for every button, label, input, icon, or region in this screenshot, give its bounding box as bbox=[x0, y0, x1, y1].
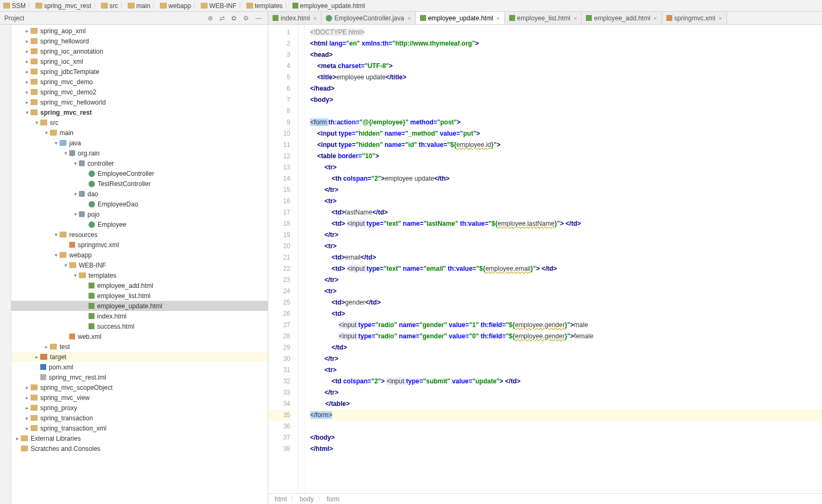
code-line[interactable]: <input type="hidden" name="id" th:value=… bbox=[310, 139, 822, 151]
line-number[interactable]: 27 bbox=[268, 320, 290, 331]
line-number[interactable]: 12 bbox=[268, 151, 290, 162]
code-line[interactable]: <tr> bbox=[310, 241, 822, 252]
code-line[interactable]: </tr> bbox=[310, 353, 822, 365]
code-line[interactable]: <td>lastName</td> bbox=[310, 207, 822, 218]
line-number[interactable]: 35 bbox=[268, 410, 290, 421]
tree-arrow-icon[interactable] bbox=[71, 191, 79, 197]
line-number[interactable]: 1 bbox=[268, 27, 290, 38]
code-line[interactable]: <th colspan="2">employee update</th> bbox=[310, 173, 822, 184]
close-icon[interactable]: × bbox=[574, 15, 577, 21]
code-line[interactable]: <title>employee update</title> bbox=[310, 72, 822, 83]
line-number[interactable]: 30 bbox=[268, 353, 290, 365]
code-line[interactable]: </tr> bbox=[310, 275, 822, 286]
line-number[interactable]: 4 bbox=[268, 61, 290, 72]
line-number[interactable]: 32 bbox=[268, 376, 290, 387]
line-number[interactable]: 13 bbox=[268, 162, 290, 173]
code-line[interactable]: </tr> bbox=[310, 387, 822, 398]
tree-node[interactable]: main bbox=[11, 128, 268, 138]
tree-node[interactable]: spring_ioc_xml bbox=[11, 56, 268, 66]
fold-gutter[interactable] bbox=[298, 25, 305, 493]
line-number[interactable]: 34 bbox=[268, 398, 290, 410]
tree-node[interactable]: TestRestController bbox=[11, 179, 268, 189]
editor-tab[interactable]: employee_add.html× bbox=[582, 12, 662, 24]
code-line[interactable]: <td> <input type="text" name="email" th:… bbox=[310, 263, 822, 275]
code-line[interactable]: <!DOCTYPE html> bbox=[310, 27, 822, 38]
code-line[interactable]: <td> <input type="text" name="lastName" … bbox=[310, 218, 822, 229]
line-number[interactable]: 19 bbox=[268, 229, 290, 241]
tree-node[interactable]: spring_jdbcTemplate bbox=[11, 66, 268, 77]
tree-node[interactable]: java bbox=[11, 138, 268, 148]
toolwindow-stripe[interactable] bbox=[0, 25, 11, 504]
tree-node[interactable]: pom.xml bbox=[11, 362, 268, 372]
line-number[interactable]: 3 bbox=[268, 49, 290, 61]
line-number[interactable]: 2 bbox=[268, 38, 290, 49]
show-options-icon[interactable]: ✿ bbox=[230, 14, 238, 22]
tree-arrow-icon[interactable] bbox=[23, 89, 31, 95]
code-line[interactable]: <td>gender</td> bbox=[310, 297, 822, 308]
tree-node[interactable]: spring_aop_xml bbox=[11, 26, 268, 36]
code-line[interactable]: <tr> bbox=[310, 365, 822, 376]
line-number[interactable]: 22 bbox=[268, 263, 290, 275]
tree-arrow-icon[interactable] bbox=[52, 252, 60, 258]
code-line[interactable]: <meta charset="UTF-8"> bbox=[310, 61, 822, 72]
tree-arrow-icon[interactable] bbox=[23, 48, 31, 54]
tree-node[interactable]: External Libraries bbox=[11, 433, 268, 443]
line-number[interactable]: 21 bbox=[268, 252, 290, 263]
code-line[interactable]: <input type="radio" name="gender" value=… bbox=[310, 331, 822, 342]
tree-arrow-icon[interactable] bbox=[23, 69, 31, 75]
line-number[interactable]: 28 bbox=[268, 331, 290, 342]
tree-arrow-icon[interactable] bbox=[23, 28, 31, 34]
breadcrumb-item[interactable]: webapp bbox=[160, 2, 191, 10]
line-number[interactable]: 5 bbox=[268, 72, 290, 83]
code-line[interactable]: </html> bbox=[310, 443, 822, 455]
tree-arrow-icon[interactable] bbox=[23, 384, 31, 390]
code-line[interactable]: <td>email</td> bbox=[310, 252, 822, 263]
tree-node[interactable]: index.html bbox=[11, 311, 268, 321]
tree-node[interactable]: spring_ioc_annotation bbox=[11, 46, 268, 56]
intention-bulb-icon[interactable]: 💡 bbox=[305, 400, 306, 407]
tree-arrow-icon[interactable] bbox=[33, 120, 40, 125]
tree-arrow-icon[interactable] bbox=[23, 395, 31, 401]
editor-tabs[interactable]: index.html×EmployeeController.java×emplo… bbox=[268, 12, 822, 25]
expand-icon[interactable]: ⇄ bbox=[218, 14, 226, 22]
line-number[interactable]: 9 bbox=[268, 117, 290, 128]
editor-tab[interactable]: springmvc.xml× bbox=[662, 12, 727, 24]
line-number[interactable]: 10 bbox=[268, 128, 290, 139]
tree-node[interactable]: spring_proxy bbox=[11, 403, 268, 413]
line-number[interactable]: 25 bbox=[268, 297, 290, 308]
line-number[interactable]: 7 bbox=[268, 94, 290, 106]
tree-node[interactable]: resources bbox=[11, 229, 268, 240]
line-number[interactable]: 8 bbox=[268, 106, 290, 117]
code-line[interactable]: <body> bbox=[310, 94, 822, 106]
editor-tab[interactable]: EmployeeController.java× bbox=[321, 12, 416, 24]
tree-arrow-icon[interactable] bbox=[52, 232, 60, 238]
line-number[interactable]: 18 bbox=[268, 218, 290, 229]
line-number[interactable]: 17 bbox=[268, 207, 290, 218]
tree-arrow-icon[interactable] bbox=[62, 150, 69, 156]
tree-node[interactable]: success.html bbox=[11, 321, 268, 331]
tree-node[interactable]: templates bbox=[11, 270, 268, 280]
breadcrumb-item[interactable]: SSM bbox=[3, 2, 26, 10]
breadcrumb-item[interactable]: spring_mvc_rest bbox=[35, 2, 91, 10]
close-icon[interactable]: × bbox=[313, 15, 317, 21]
code-line[interactable]: <html lang="en" xmlns:th="http://www.thy… bbox=[310, 38, 822, 49]
tree-arrow-icon[interactable] bbox=[23, 38, 31, 44]
code-line[interactable] bbox=[310, 421, 822, 432]
code-line[interactable]: <td colspan="2"> <input type="submit" va… bbox=[310, 376, 822, 387]
tree-arrow-icon[interactable] bbox=[71, 211, 79, 217]
tree-node[interactable]: dao bbox=[11, 189, 268, 199]
tree-node[interactable]: org.rain bbox=[11, 148, 268, 158]
breadcrumb-item[interactable]: WEB-INF bbox=[201, 2, 237, 10]
tree-arrow-icon[interactable] bbox=[23, 405, 31, 411]
code-line[interactable]: <form th:action="@{/employee}" method="p… bbox=[310, 117, 822, 128]
tree-node[interactable]: employee_update.html bbox=[11, 301, 268, 311]
tree-node[interactable]: target bbox=[11, 352, 268, 362]
breadcrumb[interactable]: SSM〉spring_mvc_rest〉src〉main〉webapp〉WEB-… bbox=[0, 0, 822, 12]
tree-node[interactable]: EmployeeController bbox=[11, 168, 268, 179]
tree-arrow-icon[interactable] bbox=[23, 415, 31, 421]
line-number[interactable]: 38 bbox=[268, 443, 290, 455]
tree-arrow-icon[interactable] bbox=[52, 140, 60, 146]
close-icon[interactable]: × bbox=[496, 15, 500, 21]
code-editor[interactable]: <!DOCTYPE html><html lang="en" xmlns:th=… bbox=[305, 25, 822, 493]
locate-icon[interactable]: ⊕ bbox=[206, 14, 215, 22]
